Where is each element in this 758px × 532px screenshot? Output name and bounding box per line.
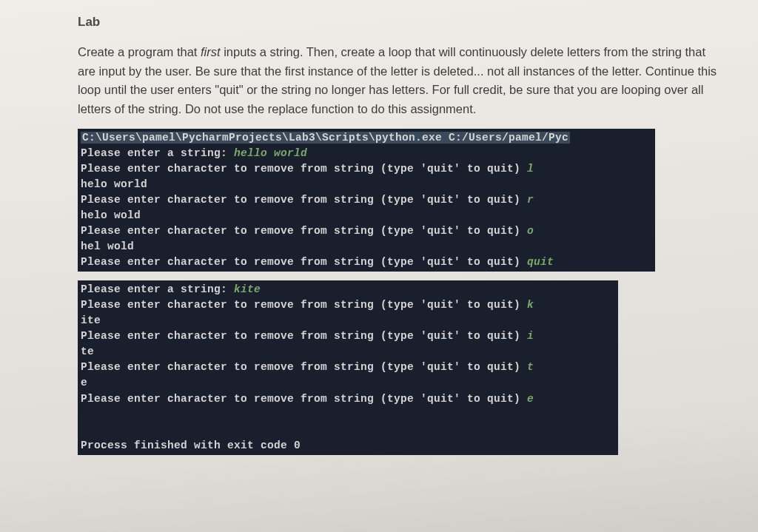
terminal-user-input: o: [527, 225, 534, 237]
emphasized-word: first: [201, 45, 221, 58]
terminal-output-line: helo wold: [81, 209, 141, 221]
terminal-output-line: te: [81, 346, 94, 357]
terminal-path: C:\Users\pamel\PycharmProjects\Lab3\Scri…: [81, 132, 570, 144]
terminal-prompt: Please enter character to remove from st…: [81, 361, 527, 373]
terminal-user-input: kite: [234, 283, 261, 295]
terminal-prompt: Please enter a string:: [81, 283, 234, 295]
terminal-prompt: Please enter character to remove from st…: [81, 330, 527, 342]
terminal-user-input: quit: [527, 256, 554, 268]
terminal-user-input: l: [527, 163, 534, 175]
terminal-prompt: Please enter character to remove from st…: [81, 393, 527, 405]
terminal-user-input: k: [527, 299, 534, 311]
terminal-user-input: e: [527, 393, 534, 405]
terminal-user-input: r: [527, 194, 534, 206]
terminal-output-line: ite: [81, 314, 101, 326]
terminal-prompt: Please enter character to remove from st…: [81, 225, 527, 237]
terminal-output-1: C:\Users\pamel\PycharmProjects\Lab3\Scri…: [78, 129, 655, 272]
terminal-user-input: t: [527, 361, 534, 373]
terminal-output-2: Please enter a string: kite Please enter…: [78, 280, 618, 454]
terminal-prompt: Please enter character to remove from st…: [81, 163, 527, 175]
terminal-output-line: hel wold: [81, 240, 134, 252]
terminal-output-line: Process finished with exit code 0: [81, 440, 301, 451]
terminal-prompt: Please enter character to remove from st…: [81, 256, 527, 268]
terminal-output-line: e: [81, 377, 87, 388]
terminal-user-input: i: [527, 330, 534, 342]
lab-document: Lab Create a program that first inputs a…: [30, 15, 728, 455]
lab-instructions: Create a program that first inputs a str…: [78, 43, 721, 118]
terminal-prompt: Please enter character to remove from st…: [81, 299, 527, 311]
terminal-prompt: Please enter character to remove from st…: [81, 194, 527, 206]
terminal-user-input: hello world: [234, 147, 307, 159]
terminal-output-line: helo world: [81, 178, 147, 190]
lab-title: Lab: [78, 15, 721, 30]
terminal-prompt: Please enter a string:: [81, 147, 234, 159]
